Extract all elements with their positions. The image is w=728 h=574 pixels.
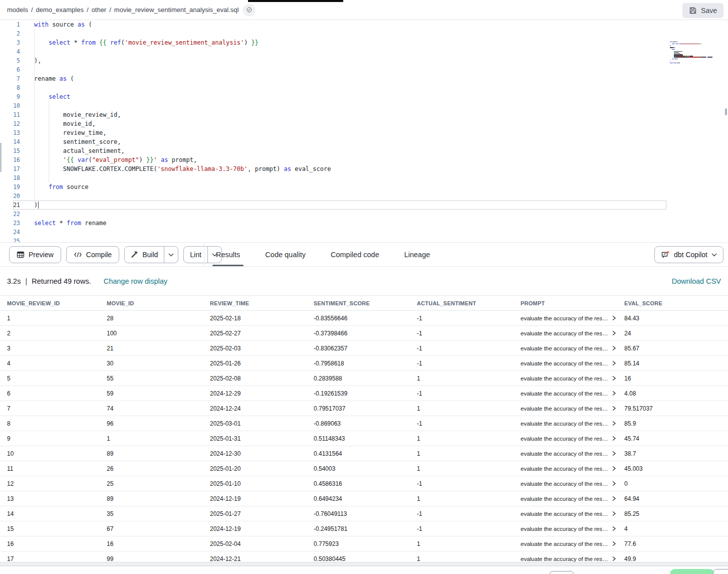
table-cell: 1: [107, 435, 210, 442]
eval-score-cell: 0: [624, 480, 728, 487]
expand-prompt-icon[interactable]: [612, 345, 616, 351]
table-cell: 1: [417, 465, 521, 472]
download-csv-link[interactable]: Download CSV: [672, 277, 721, 285]
table-cell: -1: [417, 525, 521, 532]
tab-compiled-code[interactable]: Compiled code: [327, 243, 383, 266]
table-cell: 2025-01-20: [210, 465, 314, 472]
expand-prompt-icon[interactable]: [612, 541, 616, 546]
table-cell: 2025-03-01: [210, 420, 314, 427]
breadcrumb-item[interactable]: demo_examples: [36, 6, 84, 14]
table-cell: -0.83556646: [314, 315, 417, 322]
table-cell: -0.37398466: [314, 330, 417, 337]
expand-prompt-icon[interactable]: [612, 511, 616, 516]
line-number: 17: [0, 164, 20, 173]
partial-green-button[interactable]: [670, 569, 714, 574]
expand-prompt-icon[interactable]: [612, 375, 616, 381]
line-number: 8: [0, 83, 20, 92]
table-cell: -0.24951781: [314, 525, 417, 532]
breadcrumb-item[interactable]: models: [7, 6, 28, 14]
table-cell: -1: [417, 315, 521, 322]
line-number: 16: [0, 155, 20, 164]
code-line: 8: [0, 83, 728, 92]
eval-score-cell: 85.9: [624, 420, 728, 427]
tab-lineage[interactable]: Lineage: [401, 243, 434, 266]
build-button[interactable]: Build: [125, 247, 164, 263]
table-cell: 0.50380445: [314, 555, 417, 562]
line-number: 5: [0, 56, 20, 65]
line-number: 4: [0, 47, 20, 56]
expand-prompt-icon[interactable]: [612, 481, 616, 486]
code-line: 11 movie_review_id,: [0, 110, 728, 119]
tab-code-quality[interactable]: Code quality: [262, 243, 309, 266]
expand-prompt-icon[interactable]: [612, 330, 616, 336]
preview-button-label: Preview: [29, 251, 54, 259]
table-cell: 2025-02-27: [210, 330, 314, 337]
line-number: 2: [0, 29, 20, 38]
partial-button[interactable]: [550, 571, 574, 574]
line-number: 22: [0, 210, 20, 219]
expand-prompt-icon[interactable]: [612, 496, 616, 501]
editor-minimap[interactable]: [670, 42, 723, 65]
line-number: 6: [0, 65, 20, 74]
expand-prompt-icon[interactable]: [612, 466, 616, 471]
prompt-cell: evaluate the accuracy of the res…: [521, 375, 624, 381]
table-cell: 1: [417, 555, 521, 562]
results-table: MOVIE_REVIEW_IDMOVIE_IDREVIEW_TIMESENTIM…: [0, 295, 728, 566]
breadcrumb-item[interactable]: movie_review_sentiment_analysis_eval.sql: [114, 6, 239, 14]
prompt-preview-text: evaluate the accuracy of the res…: [521, 391, 608, 397]
compile-button[interactable]: Compile: [66, 246, 119, 263]
expand-prompt-icon[interactable]: [612, 556, 616, 561]
save-button[interactable]: Save: [682, 3, 723, 18]
table-cell: 2024-12-30: [210, 450, 314, 457]
expand-prompt-icon[interactable]: [612, 436, 616, 441]
sql-code-editor[interactable]: 1with source as (23 select * from {{ ref…: [0, 20, 728, 242]
build-dropdown-toggle[interactable]: [164, 247, 178, 263]
dbt-copilot-button[interactable]: dbt Copilot: [654, 246, 723, 263]
prompt-cell: evaluate the accuracy of the res…: [521, 391, 624, 397]
horizontal-scrollbar[interactable]: [0, 562, 728, 566]
code-line: 16 '{{ var("eval_prompt") }}' as prompt,: [0, 155, 728, 164]
change-row-display-link[interactable]: Change row display: [104, 277, 167, 285]
preview-button[interactable]: Preview: [9, 246, 61, 263]
table-cell: 1: [417, 375, 521, 382]
table-row: 912025-01-310.511483431evaluate the accu…: [0, 431, 728, 446]
table-cell: 0.4131564: [314, 450, 417, 457]
prompt-preview-text: evaluate the accuracy of the res…: [521, 406, 608, 412]
expand-prompt-icon[interactable]: [612, 421, 616, 426]
results-toolbar: Preview Compile Build: [0, 242, 728, 267]
breadcrumb-separator: /: [31, 6, 33, 14]
prompt-preview-text: evaluate the accuracy of the res…: [521, 345, 608, 351]
prompt-preview-text: evaluate the accuracy of the res…: [521, 360, 608, 366]
expand-prompt-icon[interactable]: [612, 406, 616, 411]
file-status-icon[interactable]: [243, 4, 255, 16]
table-row: 14352025-01-27-0.76049113-1evaluate the …: [0, 506, 728, 521]
table-cell: 74: [107, 405, 210, 412]
breadcrumb-separator: /: [87, 6, 89, 14]
build-button-group: Build: [124, 246, 178, 263]
table-cell: 3: [0, 345, 107, 352]
expand-prompt-icon[interactable]: [612, 360, 616, 366]
breadcrumb-item[interactable]: other: [92, 6, 107, 14]
table-row: 3212025-02-03-0.83062357-1evaluate the a…: [0, 341, 728, 356]
expand-prompt-icon[interactable]: [612, 526, 616, 531]
indent-guide: [49, 101, 49, 182]
editor-lines: 1with source as (23 select * from {{ ref…: [0, 20, 728, 242]
table-cell: 2: [0, 330, 107, 337]
table-cell: 1: [417, 495, 521, 502]
expand-prompt-icon[interactable]: [612, 315, 616, 321]
table-cell: -0.19261539: [314, 390, 417, 397]
table-row: 8962025-03-01-0.869063-1evaluate the acc…: [0, 416, 728, 431]
prompt-preview-text: evaluate the accuracy of the res…: [521, 481, 608, 487]
table-cell: 13: [0, 495, 107, 502]
prompt-cell: evaluate the accuracy of the res…: [521, 360, 624, 366]
expand-prompt-icon[interactable]: [612, 451, 616, 456]
code-line: 1with source as (: [0, 20, 728, 29]
table-cell: 96: [107, 420, 210, 427]
results-tabs: Results Code quality Compiled code Linea…: [212, 243, 433, 266]
partial-outline-button[interactable]: [713, 569, 728, 574]
editor-scrollbar-thumb[interactable]: [725, 108, 727, 115]
expand-prompt-icon[interactable]: [612, 391, 616, 396]
table-cell: 16: [107, 540, 210, 547]
eval-score-cell: 45.74: [624, 435, 728, 442]
tab-results[interactable]: Results: [212, 243, 244, 266]
